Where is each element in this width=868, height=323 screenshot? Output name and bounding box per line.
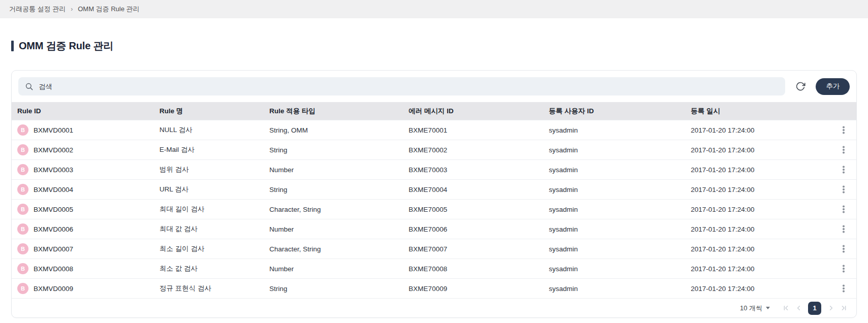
row-menu-button[interactable] — [837, 282, 850, 295]
reg-datetime-cell: 2017-01-20 17:24:00 — [691, 166, 831, 174]
rule-type-badge: B — [17, 144, 28, 155]
current-page-button[interactable]: 1 — [808, 302, 821, 315]
rule-name-cell: 범위 검사 — [160, 165, 269, 174]
rule-type-cell: Character, String — [269, 206, 409, 213]
page-size-select[interactable]: 10 개씩 — [740, 304, 770, 313]
table-body: B BXMVD0001 NULL 검사 String, OMM BXME7000… — [12, 120, 856, 298]
page-title-row: OMM 검증 Rule 관리 — [11, 40, 857, 52]
rule-type-cell: Character, String — [269, 245, 409, 253]
error-message-id-cell: BXME70003 — [409, 166, 549, 174]
error-message-id-cell: BXME70007 — [409, 245, 549, 253]
rule-type-badge: B — [17, 263, 28, 274]
search-box — [18, 77, 785, 95]
search-icon — [25, 82, 34, 91]
breadcrumb-separator-icon: › — [71, 6, 73, 13]
reg-user-id-cell: sysadmin — [549, 225, 691, 233]
table-row[interactable]: B BXMVD0007 최소 길이 검사 Character, String B… — [12, 239, 856, 259]
rule-type-badge: B — [17, 223, 28, 235]
rule-name-cell: NULL 검사 — [160, 125, 269, 135]
table-header-row: Rule ID Rule 명 Rule 적용 타입 에러 메시지 ID 등록 사… — [12, 102, 856, 120]
table-row[interactable]: B BXMVD0006 최대 값 검사 Number BXME70006 sys… — [12, 219, 856, 239]
reg-datetime-cell: 2017-01-20 17:24:00 — [691, 265, 831, 273]
row-menu-button[interactable] — [837, 163, 850, 176]
reg-user-id-cell: sysadmin — [549, 265, 691, 273]
row-menu-button[interactable] — [837, 262, 850, 275]
add-button[interactable]: 추가 — [816, 78, 850, 95]
reg-user-id-cell: sysadmin — [549, 206, 691, 213]
row-menu-button[interactable] — [837, 222, 850, 236]
chevron-down-icon — [766, 307, 770, 309]
kebab-icon — [843, 149, 845, 151]
rule-id-cell: BXMVD0008 — [34, 265, 73, 273]
table-row[interactable]: B BXMVD0008 최소 값 검사 Number BXME70008 sys… — [12, 259, 856, 278]
rule-name-cell: 최소 길이 검사 — [160, 244, 269, 253]
rule-id-cell: BXMVD0002 — [34, 146, 73, 154]
last-page-button[interactable] — [838, 303, 849, 314]
error-message-id-cell: BXME70008 — [409, 265, 549, 273]
rule-type-badge: B — [17, 124, 28, 136]
rule-type-cell: String — [269, 186, 409, 193]
rule-name-cell: 최대 길이 검사 — [160, 205, 269, 214]
column-header-rule-type: Rule 적용 타입 — [269, 107, 409, 116]
rule-type-badge: B — [17, 164, 28, 175]
table-row[interactable]: B BXMVD0003 범위 검사 Number BXME70003 sysad… — [12, 159, 856, 179]
reg-user-id-cell: sysadmin — [549, 146, 691, 154]
first-page-button[interactable] — [780, 303, 791, 314]
next-page-button[interactable] — [825, 303, 836, 314]
error-message-id-cell: BXME70002 — [409, 146, 549, 154]
kebab-icon — [843, 129, 845, 131]
reg-user-id-cell: sysadmin — [549, 245, 691, 253]
reg-user-id-cell: sysadmin — [549, 166, 691, 174]
table-row[interactable]: B BXMVD0002 E-Mail 검사 String BXME70002 s… — [12, 140, 856, 159]
table-row[interactable]: B BXMVD0001 NULL 검사 String, OMM BXME7000… — [12, 120, 856, 140]
rule-type-badge: B — [17, 204, 28, 215]
rule-type-cell: String — [269, 146, 409, 154]
reg-user-id-cell: sysadmin — [549, 186, 691, 193]
toolbar: 추가 — [12, 71, 856, 102]
error-message-id-cell: BXME70006 — [409, 225, 549, 233]
rule-name-cell: E-Mail 검사 — [160, 145, 269, 154]
rule-name-cell: 정규 표현식 검사 — [160, 284, 269, 293]
chevron-right-icon — [827, 304, 835, 312]
last-page-icon — [840, 304, 848, 312]
row-menu-button[interactable] — [837, 242, 850, 255]
row-menu-button[interactable] — [837, 123, 850, 137]
prev-page-button[interactable] — [793, 303, 804, 314]
refresh-icon — [795, 81, 805, 91]
table-row[interactable]: B BXMVD0009 정규 표현식 검사 String BXME70009 s… — [12, 278, 856, 298]
row-menu-button[interactable] — [837, 203, 850, 216]
pager: 1 — [780, 302, 849, 315]
table-footer: 10 개씩 1 — [12, 298, 856, 317]
column-header-rule-name: Rule 명 — [160, 107, 269, 116]
reg-datetime-cell: 2017-01-20 17:24:00 — [691, 146, 831, 154]
reg-datetime-cell: 2017-01-20 17:24:00 — [691, 126, 831, 134]
refresh-button[interactable] — [793, 79, 808, 94]
rule-id-cell: BXMVD0004 — [34, 186, 73, 193]
reg-datetime-cell: 2017-01-20 17:24:00 — [691, 225, 831, 233]
rule-name-cell: 최대 값 검사 — [160, 224, 269, 234]
kebab-icon — [843, 188, 845, 190]
reg-datetime-cell: 2017-01-20 17:24:00 — [691, 206, 831, 213]
column-header-reg-user-id: 등록 사용자 ID — [549, 107, 691, 116]
search-input[interactable] — [39, 83, 779, 90]
table-row[interactable]: B BXMVD0005 최대 길이 검사 Character, String B… — [12, 199, 856, 219]
title-accent-bar — [11, 41, 14, 51]
rule-type-badge: B — [17, 184, 28, 195]
row-menu-button[interactable] — [837, 143, 850, 156]
breadcrumb-item-parent[interactable]: 거래공통 설정 관리 — [9, 5, 66, 14]
column-header-error-message-id: 에러 메시지 ID — [409, 107, 549, 116]
table-row[interactable]: B BXMVD0004 URL 검사 String BXME70004 sysa… — [12, 179, 856, 199]
breadcrumb-item-current[interactable]: OMM 검증 Rule 관리 — [78, 5, 139, 14]
rule-type-badge: B — [17, 243, 28, 254]
error-message-id-cell: BXME70009 — [409, 285, 549, 293]
reg-datetime-cell: 2017-01-20 17:24:00 — [691, 245, 831, 253]
rule-id-cell: BXMVD0001 — [34, 126, 73, 134]
chevron-left-icon — [795, 304, 802, 312]
error-message-id-cell: BXME70005 — [409, 206, 549, 213]
rule-id-cell: BXMVD0006 — [34, 225, 73, 233]
row-menu-button[interactable] — [837, 183, 850, 196]
error-message-id-cell: BXME70004 — [409, 186, 549, 193]
rule-type-cell: Number — [269, 225, 409, 233]
error-message-id-cell: BXME70001 — [409, 126, 549, 134]
rule-id-cell: BXMVD0005 — [34, 206, 73, 213]
